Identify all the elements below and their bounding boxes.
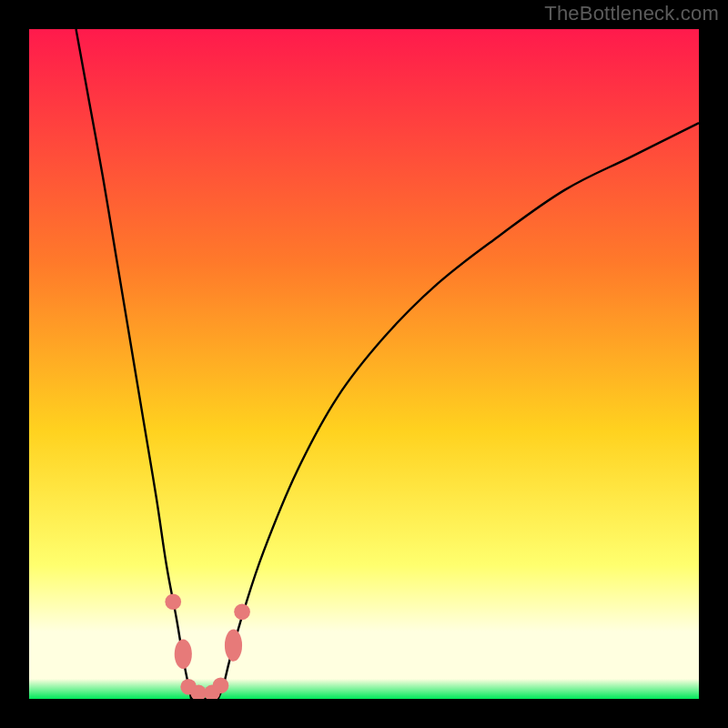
chart-frame: TheBottleneck.com: [0, 0, 728, 728]
chart-svg: [29, 29, 699, 699]
marker-point: [165, 593, 181, 610]
marker-point: [234, 603, 250, 620]
marker-point: [225, 629, 242, 661]
plot-area: [29, 29, 699, 699]
marker-point: [213, 677, 229, 693]
marker-point: [175, 639, 192, 668]
gradient-background: [29, 29, 699, 699]
watermark-text: TheBottleneck.com: [544, 2, 719, 25]
